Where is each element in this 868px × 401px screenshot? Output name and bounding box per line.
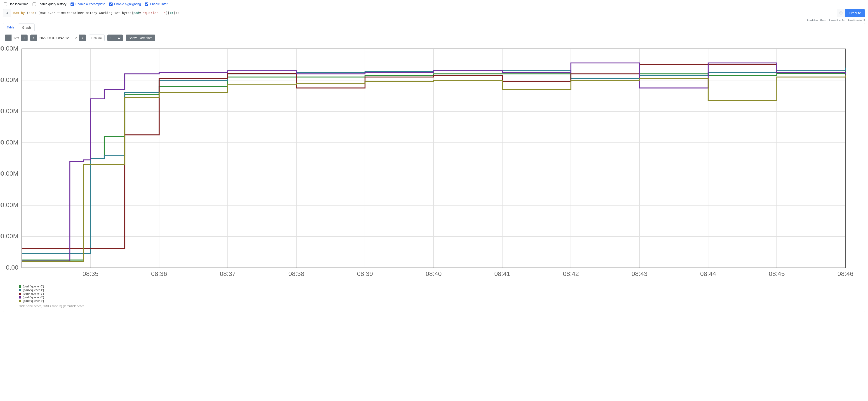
time-nav: ✕ xyxy=(30,35,86,41)
legend-label: {pod="querier-1"} xyxy=(23,289,44,292)
svg-text:500.00M: 500.00M xyxy=(0,107,18,114)
tab-table[interactable]: Table xyxy=(3,23,18,31)
result-panel: Table Graph − 12m + ✕ xyxy=(3,23,865,312)
svg-text:08:35: 08:35 xyxy=(83,270,98,277)
svg-text:08:40: 08:40 xyxy=(426,270,442,277)
svg-text:08:45: 08:45 xyxy=(769,270,785,277)
legend-item[interactable]: {pod="querier-1"} xyxy=(19,288,865,292)
datetime-input[interactable] xyxy=(39,36,73,40)
chart: 0.00100.00M200.00M300.00M400.00M500.00M6… xyxy=(16,45,863,282)
chart-style-toggle xyxy=(107,35,123,41)
svg-text:08:44: 08:44 xyxy=(700,270,716,277)
checkbox-label: Enable query history xyxy=(37,2,66,6)
range-decrease-button[interactable]: − xyxy=(5,35,11,41)
svg-text:300.00M: 300.00M xyxy=(0,170,18,177)
svg-text:08:46: 08:46 xyxy=(837,270,854,277)
svg-text:100.00M: 100.00M xyxy=(0,232,18,240)
checkbox-input[interactable] xyxy=(145,2,148,6)
legend-swatch xyxy=(19,296,21,299)
checkbox-label: Enable highlighting xyxy=(114,2,141,6)
legend-item[interactable]: {pod="querier-4"} xyxy=(19,299,865,303)
svg-text:08:38: 08:38 xyxy=(288,270,305,277)
checkbox-highlighting[interactable]: Enable highlighting xyxy=(109,2,141,6)
meta-load-time: Load time: 99ms xyxy=(807,19,826,22)
svg-text:200.00M: 200.00M xyxy=(0,201,18,208)
legend-swatch xyxy=(19,300,21,302)
svg-text:08:39: 08:39 xyxy=(357,270,373,277)
checkbox-input[interactable] xyxy=(4,2,7,6)
svg-text:08:42: 08:42 xyxy=(563,270,579,277)
checkbox-input[interactable] xyxy=(70,2,74,6)
line-chart-icon[interactable] xyxy=(107,35,115,41)
checkbox-local-time[interactable]: Use local time xyxy=(4,2,29,6)
globe-icon[interactable] xyxy=(837,9,845,17)
legend-swatch xyxy=(19,293,21,295)
legend-swatch xyxy=(19,286,21,288)
tab-graph[interactable]: Graph xyxy=(18,24,35,31)
clear-datetime-icon[interactable]: ✕ xyxy=(75,36,78,39)
meta-resolution: Resolution: 2s xyxy=(829,19,844,22)
svg-text:0.00: 0.00 xyxy=(6,264,18,271)
stacked-chart-icon[interactable] xyxy=(115,35,123,41)
checkbox-label: Enable autocomplete xyxy=(75,2,105,6)
svg-line-1 xyxy=(7,13,8,14)
legend-label: {pod="querier-0"} xyxy=(23,285,44,288)
checkbox-query-history[interactable]: Enable query history xyxy=(33,2,66,6)
time-prev-button[interactable] xyxy=(30,35,37,41)
legend-item[interactable]: {pod="querier-0"} xyxy=(19,285,865,288)
legend-label: {pod="querier-4"} xyxy=(23,299,44,303)
range-stepper: − 12m + xyxy=(5,35,28,41)
legend-label: {pod="querier-2"} xyxy=(23,292,44,295)
svg-text:08:37: 08:37 xyxy=(220,270,236,277)
range-value[interactable]: 12m xyxy=(11,35,21,41)
query-meta: Load time: 99ms Resolution: 2s Result se… xyxy=(3,19,865,23)
show-exemplars-button[interactable]: Show Exemplars xyxy=(126,35,155,41)
chart-svg[interactable]: 0.00100.00M200.00M300.00M400.00M500.00M6… xyxy=(16,45,863,282)
time-next-button[interactable] xyxy=(79,35,86,41)
svg-text:600.00M: 600.00M xyxy=(0,76,18,83)
svg-text:08:43: 08:43 xyxy=(631,270,648,277)
result-tabs: Table Graph xyxy=(3,23,865,31)
checkbox-autocomplete[interactable]: Enable autocomplete xyxy=(70,2,105,6)
checkbox-linter[interactable]: Enable linter xyxy=(145,2,167,6)
svg-text:08:36: 08:36 xyxy=(151,270,167,277)
meta-result-series: Result series: 5 xyxy=(848,19,865,22)
legend-hint: Click: select series, CMD + click: toggl… xyxy=(19,305,865,308)
query-row: max by (pod) (max_over_time(container_me… xyxy=(3,9,865,17)
options-row: Use local time Enable query history Enab… xyxy=(3,0,865,9)
chart-legend: {pod="querier-0"}{pod="querier-1"}{pod="… xyxy=(19,285,865,308)
legend-swatch xyxy=(19,289,21,291)
svg-point-0 xyxy=(6,12,7,14)
checkbox-input[interactable] xyxy=(109,2,113,6)
legend-item[interactable]: {pod="querier-3"} xyxy=(19,296,865,299)
legend-label: {pod="querier-3"} xyxy=(23,296,44,299)
svg-text:08:41: 08:41 xyxy=(494,270,510,277)
checkbox-input[interactable] xyxy=(33,2,36,6)
search-icon[interactable] xyxy=(3,9,11,17)
svg-text:700.00M: 700.00M xyxy=(0,45,18,52)
graph-controls: − 12m + ✕ Show Exemplars xyxy=(3,35,865,43)
checkbox-label: Use local time xyxy=(8,2,29,6)
query-input[interactable]: max by (pod) (max_over_time(container_me… xyxy=(11,9,837,17)
range-increase-button[interactable]: + xyxy=(21,35,28,41)
svg-text:400.00M: 400.00M xyxy=(0,138,18,146)
checkbox-label: Enable linter xyxy=(150,2,167,6)
resolution-input[interactable] xyxy=(89,35,105,41)
execute-button[interactable]: Execute xyxy=(845,9,865,17)
legend-item[interactable]: {pod="querier-2"} xyxy=(19,292,865,296)
time-input-wrap: ✕ xyxy=(37,35,79,41)
